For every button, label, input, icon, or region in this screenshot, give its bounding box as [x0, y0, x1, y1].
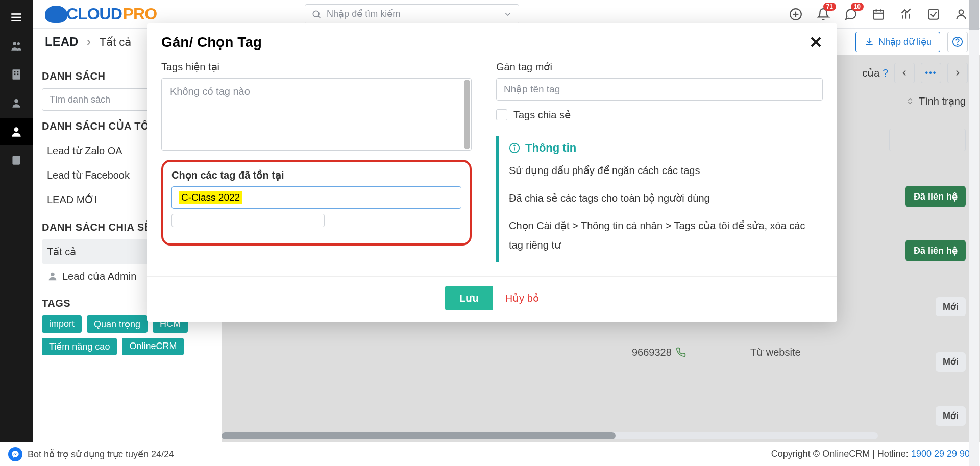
page-scrollbar[interactable] — [969, 0, 979, 466]
rail-people-icon[interactable] — [0, 33, 33, 59]
more-button[interactable]: ••• — [921, 63, 941, 83]
chat-icon[interactable]: 10 — [844, 8, 857, 21]
status-filter-input[interactable] — [889, 129, 966, 151]
current-tags-label: Tags hiện tại — [161, 61, 472, 73]
lead-phone[interactable]: 9669328 — [632, 347, 744, 358]
info-title-text: Thông tin — [525, 141, 576, 155]
svg-point-4 — [17, 42, 20, 45]
info-line: Sử dụng dấu phẩy để ngăn cách các tags — [509, 161, 813, 180]
tag-modal: Gán/ Chọn Tag ✕ Tags hiện tại Không có t… — [147, 23, 837, 322]
share-tags-label: Tags chia sẻ — [513, 109, 571, 121]
global-search[interactable] — [305, 4, 519, 24]
svg-rect-18 — [873, 10, 884, 19]
calendar-icon[interactable] — [872, 8, 885, 21]
crumb-sub: Tất cả — [100, 36, 132, 48]
cloud-icon — [45, 6, 67, 23]
save-button[interactable]: Lưu — [445, 286, 493, 310]
existing-tags-section: Chọn các tag đã tồn tại C-Class 2022 — [161, 160, 472, 246]
rail-building-icon[interactable] — [0, 61, 33, 88]
scrollbar-thumb[interactable] — [969, 0, 979, 30]
horizontal-scrollbar[interactable] — [222, 432, 878, 439]
existing-tag-input-value: C-Class 2022 — [179, 191, 242, 204]
status-pill[interactable]: Đã liên hệ — [905, 240, 966, 261]
breadcrumb: LEAD › Tất cả — [45, 35, 131, 49]
footer: Bot hỗ trợ sử dụng trực tuyến 24/24 Copy… — [0, 442, 980, 466]
current-tags-box[interactable]: Không có tag nào — [161, 78, 472, 151]
existing-tags-label: Chọn các tag đã tồn tại — [172, 169, 461, 181]
header-actions: 71 10 — [789, 8, 968, 21]
tag-chip[interactable]: OnlineCRM — [122, 338, 184, 355]
svg-point-26 — [959, 10, 964, 14]
status-head[interactable]: Tình trạng — [874, 95, 966, 107]
crumb-main[interactable]: LEAD — [45, 35, 78, 48]
svg-point-3 — [13, 42, 17, 45]
svg-point-13 — [313, 11, 319, 17]
modal-footer: Lưu Hủy bỏ — [147, 276, 837, 322]
tag-chip[interactable]: Quan trọng — [87, 315, 148, 333]
svg-line-14 — [318, 16, 321, 18]
owner-filter-label: của ? — [862, 67, 888, 79]
svg-rect-25 — [928, 9, 939, 19]
menu-button[interactable] — [0, 4, 33, 31]
lead-source: Từ website — [750, 346, 852, 358]
help-button[interactable] — [947, 32, 968, 52]
svg-rect-8 — [14, 73, 16, 75]
share-tags-row[interactable]: Tags chia sẻ — [496, 109, 823, 121]
rail-contact-icon[interactable] — [0, 118, 33, 145]
info-line: Đã chia sẻ các tags cho toàn bộ người dù… — [509, 188, 813, 208]
table-row: 9669328 Từ website — [222, 327, 966, 378]
prev-button[interactable] — [894, 63, 915, 83]
svg-point-29 — [51, 273, 54, 276]
copyright: Copyright © OnlineCRM | Hotline: 1900 29… — [771, 449, 970, 459]
profile-icon[interactable] — [954, 8, 968, 21]
chart-icon[interactable] — [899, 8, 913, 21]
modal-title: Gán/ Chọn Tag — [161, 34, 262, 51]
tag-chip[interactable]: import — [42, 315, 82, 333]
user-icon — [47, 271, 58, 282]
svg-point-11 — [14, 127, 19, 132]
left-rail — [0, 0, 33, 466]
phone-icon — [676, 347, 686, 357]
crumb-sep: › — [87, 35, 91, 48]
close-icon[interactable]: ✕ — [809, 34, 823, 51]
autocomplete-dropdown[interactable] — [172, 214, 325, 227]
info-callout: Thông tin Sử dụng dấu phẩy để ngăn cách … — [496, 136, 823, 262]
existing-tags-input[interactable]: C-Class 2022 — [172, 186, 461, 209]
import-button[interactable]: Nhập dữ liệu — [855, 32, 940, 52]
logo-text-main: CLOUD — [66, 5, 122, 23]
search-input[interactable] — [327, 9, 498, 19]
add-icon[interactable] — [789, 8, 802, 21]
rail-user-icon[interactable] — [0, 90, 33, 116]
logo-text-sub: PRO — [123, 5, 157, 23]
chevron-down-icon[interactable] — [503, 10, 512, 19]
info-icon — [509, 142, 520, 154]
bot-text: Bot hỗ trợ sử dụng trực tuyến 24/24 — [28, 449, 174, 460]
svg-point-37 — [514, 145, 515, 146]
status-pill[interactable]: Đã liên hệ — [905, 186, 966, 207]
svg-rect-6 — [14, 71, 16, 73]
bell-icon[interactable]: 71 — [817, 8, 830, 21]
svg-point-28 — [957, 44, 958, 45]
hotline-link[interactable]: 1900 29 29 90 — [911, 449, 970, 459]
checkbox-icon[interactable] — [927, 8, 940, 21]
messenger-icon[interactable] — [8, 447, 22, 461]
svg-point-10 — [14, 99, 18, 103]
current-tags-scrollbar[interactable] — [464, 80, 470, 149]
bell-badge: 71 — [823, 3, 836, 11]
new-tag-label: Gán tag mới — [496, 61, 823, 73]
import-label: Nhập dữ liệu — [878, 36, 932, 47]
rail-list-icon[interactable] — [0, 147, 33, 174]
modal-header: Gán/ Chọn Tag ✕ — [147, 23, 837, 61]
share-checkbox[interactable] — [496, 109, 507, 120]
chat-badge: 10 — [851, 3, 864, 11]
svg-rect-9 — [17, 73, 19, 75]
svg-rect-12 — [12, 156, 20, 164]
tag-chip[interactable]: Tiềm năng cao — [42, 338, 117, 355]
scrollbar-thumb[interactable] — [222, 432, 616, 439]
logo[interactable]: CLOUDPRO — [45, 5, 157, 23]
no-tags-placeholder: Không có tag nào — [170, 86, 250, 97]
svg-rect-7 — [17, 71, 19, 73]
cancel-button[interactable]: Hủy bỏ — [505, 292, 539, 304]
next-button[interactable] — [947, 63, 968, 83]
new-tag-input[interactable] — [496, 78, 823, 101]
